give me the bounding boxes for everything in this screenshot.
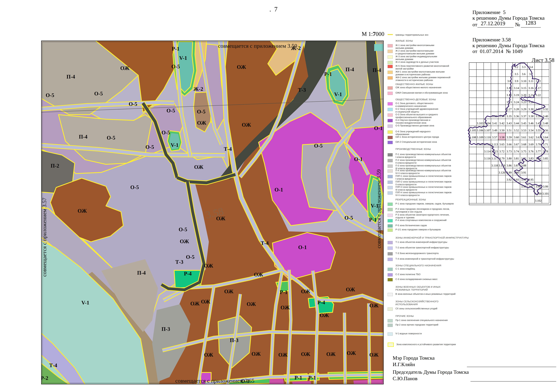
svg-text:О-5: О-5 xyxy=(167,108,175,114)
svg-text:3.106: 3.106 xyxy=(477,129,483,132)
svg-text:3.36: 3.36 xyxy=(514,115,519,118)
svg-text:Ж-2: Ж-2 xyxy=(291,45,301,51)
svg-text:Р-4: Р-4 xyxy=(184,271,192,277)
svg-text:3.50: 3.50 xyxy=(499,129,504,132)
svg-text:3.75: 3.75 xyxy=(521,150,526,153)
svg-text:Р-1: Р-1 xyxy=(172,46,180,52)
svg-text:О-1: О-1 xyxy=(374,125,383,131)
svg-text:3.41: 3.41 xyxy=(492,122,497,125)
svg-text:3.60: 3.60 xyxy=(514,136,519,139)
svg-text:ОЖ: ОЖ xyxy=(237,64,246,70)
svg-text:совмещается с приложением 3.59: совмещается с приложением 3.59 xyxy=(376,169,382,248)
svg-text:3.116: 3.116 xyxy=(484,157,490,160)
svg-text:ОЖ: ОЖ xyxy=(347,350,356,356)
svg-text:3.54: 3.54 xyxy=(528,129,533,132)
svg-text:Р-1: Р-1 xyxy=(280,289,288,295)
svg-text:3.102: 3.102 xyxy=(535,199,541,202)
svg-text:3.73: 3.73 xyxy=(507,150,512,153)
svg-text:О-1: О-1 xyxy=(274,187,283,193)
svg-text:3.28: 3.28 xyxy=(514,108,519,111)
svg-text:О-5: О-5 xyxy=(179,227,187,232)
svg-text:3.32: 3.32 xyxy=(543,108,548,111)
svg-text:ОЖ: ОЖ xyxy=(201,299,210,305)
svg-text:П-4: П-4 xyxy=(67,74,75,80)
svg-text:3.99: 3.99 xyxy=(543,185,548,188)
svg-text:3.63: 3.63 xyxy=(536,136,541,139)
svg-text:3.107: 3.107 xyxy=(484,129,491,132)
svg-text:3.59: 3.59 xyxy=(507,136,512,139)
svg-text:3.93: 3.93 xyxy=(514,178,519,181)
svg-text:3.103: 3.103 xyxy=(477,122,483,125)
svg-text:О-5: О-5 xyxy=(186,254,194,260)
svg-text:Р-1: Р-1 xyxy=(308,375,316,381)
svg-text:О-5: О-5 xyxy=(344,215,353,221)
svg-text:Р-1: Р-1 xyxy=(369,217,377,223)
svg-text:3.68: 3.68 xyxy=(521,143,526,146)
svg-text:3.3: 3.3 xyxy=(522,65,526,69)
svg-text:3.11: 3.11 xyxy=(529,80,533,83)
svg-text:3.76: 3.76 xyxy=(528,150,533,153)
svg-text:3.66: 3.66 xyxy=(507,143,512,146)
svg-text:3.92: 3.92 xyxy=(507,178,512,181)
svg-text:3.5: 3.5 xyxy=(515,72,518,76)
svg-text:3.70: 3.70 xyxy=(536,143,541,146)
svg-text:ОЖ: ОЖ xyxy=(197,120,206,126)
svg-text:3.110: 3.110 xyxy=(484,136,490,139)
svg-text:Т-4: Т-4 xyxy=(261,240,269,246)
svg-text:О-5: О-5 xyxy=(107,135,115,141)
svg-text:ОЖ: ОЖ xyxy=(280,305,290,311)
svg-text:О-5: О-5 xyxy=(94,91,103,97)
svg-text:3.105: 3.105 xyxy=(470,129,476,132)
svg-text:О-5: О-5 xyxy=(130,184,139,190)
svg-text:3.74: 3.74 xyxy=(514,150,519,153)
svg-text:3.57: 3.57 xyxy=(492,136,497,139)
svg-text:3.91: 3.91 xyxy=(521,171,526,174)
svg-text:О-5: О-5 xyxy=(161,130,170,136)
svg-text:3.109: 3.109 xyxy=(477,136,483,139)
svg-text:Т-3: Т-3 xyxy=(298,87,306,93)
svg-text:3.29: 3.29 xyxy=(521,108,526,111)
svg-text:ОЖ: ОЖ xyxy=(78,208,87,214)
svg-text:3.24: 3.24 xyxy=(514,101,519,104)
svg-text:3.4: 3.4 xyxy=(529,65,533,69)
svg-text:3.25: 3.25 xyxy=(521,101,526,104)
svg-text:Ж-2: Ж-2 xyxy=(193,86,203,92)
svg-text:3.71: 3.71 xyxy=(543,143,548,146)
svg-text:Р-1: Р-1 xyxy=(294,375,302,381)
svg-text:V-1: V-1 xyxy=(81,300,89,306)
svg-text:О-1: О-1 xyxy=(298,244,307,250)
svg-text:ОЖ: ОЖ xyxy=(369,303,379,309)
svg-text:П-4: П-4 xyxy=(137,270,146,276)
svg-text:3.44: 3.44 xyxy=(514,122,519,125)
svg-text:совмещается с приложением 3.57: совмещается с приложением 3.57 xyxy=(41,198,47,277)
svg-text:П-4: П-4 xyxy=(79,134,87,140)
svg-text:П-3: П-3 xyxy=(230,337,239,343)
svg-text:3.38: 3.38 xyxy=(528,115,533,118)
svg-text:О-5: О-5 xyxy=(129,101,137,107)
svg-text:3.108: 3.108 xyxy=(470,136,476,139)
svg-text:3.22: 3.22 xyxy=(536,93,541,97)
svg-text:ОЖ: ОЖ xyxy=(247,301,256,307)
svg-text:3.53: 3.53 xyxy=(521,129,526,132)
svg-text:ОЖ: ОЖ xyxy=(346,287,355,292)
svg-text:V-1: V-1 xyxy=(171,142,179,148)
svg-text:3.81: 3.81 xyxy=(514,157,519,160)
svg-text:О-1: О-1 xyxy=(241,378,250,384)
svg-text:ОЖ: ОЖ xyxy=(301,289,310,294)
svg-text:ОЖ: ОЖ xyxy=(242,122,251,128)
svg-text:3.86: 3.86 xyxy=(507,164,512,167)
svg-text:П-4: П-4 xyxy=(373,67,381,73)
svg-text:3.19: 3.19 xyxy=(514,93,519,97)
svg-text:3.85: 3.85 xyxy=(543,157,548,160)
svg-text:О-5: О-5 xyxy=(171,64,180,70)
svg-text:3.58: 3.58 xyxy=(499,136,504,139)
svg-text:3.20: 3.20 xyxy=(521,93,526,97)
svg-text:3.72: 3.72 xyxy=(499,150,504,153)
svg-text:П-2: П-2 xyxy=(51,163,59,169)
svg-text:Т-4: Т-4 xyxy=(224,146,232,152)
svg-text:ОЖ: ОЖ xyxy=(278,352,288,358)
svg-text:Т-4: Т-4 xyxy=(49,362,57,368)
svg-text:Р-4: Р-4 xyxy=(317,300,325,305)
svg-text:3.113: 3.113 xyxy=(491,143,498,146)
svg-text:3.61: 3.61 xyxy=(521,136,526,139)
